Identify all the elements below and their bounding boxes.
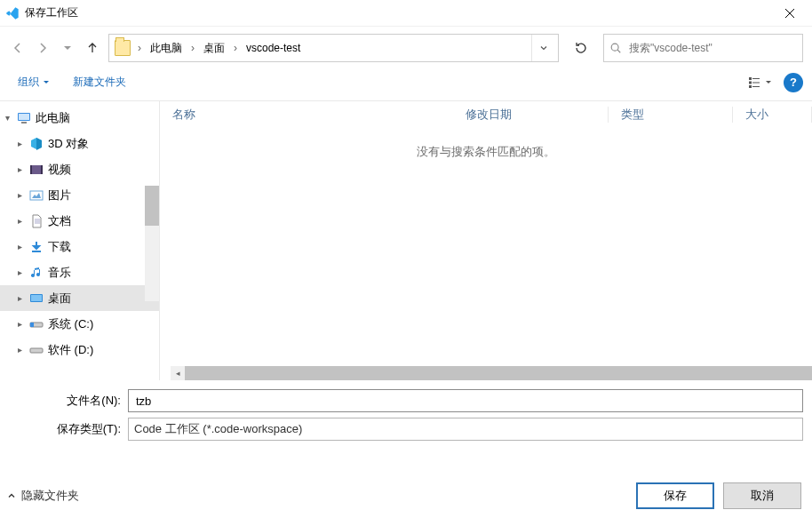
folder-icon [115,40,131,56]
chevron-right-icon[interactable] [14,164,25,174]
svg-rect-13 [30,191,43,200]
svg-rect-12 [41,165,43,174]
view-options-button[interactable] [744,72,776,93]
recent-dropdown[interactable] [59,39,76,57]
chevron-right-icon[interactable] [14,139,25,148]
chevron-right-icon[interactable] [14,242,25,251]
col-name[interactable]: 名称 [160,107,453,123]
folder-tree: 此电脑 3D 对象 视频 图片 文档 下载 音乐 桌面 系统 (C:) 软件 (… [0,101,160,380]
svg-rect-16 [31,295,42,301]
search-input[interactable] [627,41,797,55]
new-folder-button[interactable]: 新建文件夹 [68,71,131,93]
tree-item-desktop[interactable]: 桌面 [0,285,159,311]
scrollbar-thumb[interactable] [145,186,159,226]
crumb-2[interactable]: vscode-test [241,38,306,58]
filetype-select[interactable]: Code 工作区 (*.code-workspace) [128,418,803,441]
nav-row: › 此电脑 › 桌面 › vscode-test [0,27,812,71]
filename-label: 文件名(N): [9,393,128,409]
vscode-icon [5,6,20,20]
chevron-right-icon[interactable] [14,293,25,303]
chevron-right-icon[interactable]: › [189,42,196,54]
svg-rect-10 [30,165,43,174]
empty-message: 没有与搜索条件匹配的项。 [160,144,812,160]
close-button[interactable] [769,0,810,27]
drive-icon [28,316,44,332]
back-button[interactable] [9,39,27,57]
horizontal-scrollbar[interactable]: ◂ [171,366,812,380]
svg-rect-18 [30,323,34,327]
tree-item-3d[interactable]: 3D 对象 [0,131,159,156]
svg-rect-4 [752,82,760,83]
col-size[interactable]: 大小 [733,107,812,123]
crumb-0[interactable]: 此电脑 [145,37,187,60]
this-pc-icon [16,110,32,126]
documents-icon [28,213,44,229]
svg-rect-5 [749,85,752,88]
col-type[interactable]: 类型 [609,107,733,123]
file-pane: 名称 修改日期 类型 大小 没有与搜索条件匹配的项。 ◂ [160,101,812,380]
cube-icon [28,136,44,152]
svg-rect-19 [30,348,43,353]
pictures-icon [28,187,44,203]
forward-button[interactable] [34,39,52,57]
chevron-right-icon[interactable] [14,190,25,200]
tree-item-video[interactable]: 视频 [0,156,159,182]
chevron-up-icon [7,491,16,500]
search-box[interactable] [603,34,803,62]
svg-rect-9 [21,122,27,124]
chevron-right-icon[interactable] [14,267,25,277]
filename-field[interactable] [128,389,803,412]
tree-item-drive-d[interactable]: 软件 (D:) [0,337,159,363]
address-dropdown[interactable] [531,35,554,61]
music-icon [28,265,44,281]
help-button[interactable]: ? [784,73,803,92]
svg-rect-8 [19,114,29,120]
tree-item-music[interactable]: 音乐 [0,259,159,285]
desktop-icon [28,291,44,307]
title-bar: 保存工作区 [0,0,812,27]
breadcrumb: › 此电脑 › 桌面 › vscode-test [134,37,528,60]
svg-rect-6 [752,86,760,87]
chevron-right-icon[interactable] [14,345,25,355]
toolbar: 组织 新建文件夹 ? [0,71,812,101]
scroll-left-icon[interactable]: ◂ [171,366,185,380]
address-bar[interactable]: › 此电脑 › 桌面 › vscode-test [108,34,559,62]
svg-rect-1 [749,77,752,80]
save-form: 文件名(N): 保存类型(T): Code 工作区 (*.code-worksp… [0,380,812,441]
chevron-right-icon[interactable]: › [232,42,239,54]
up-button[interactable] [84,39,101,57]
tree-item-pictures[interactable]: 图片 [0,182,159,208]
refresh-button[interactable] [566,34,596,62]
hide-folders-toggle[interactable]: 隐藏文件夹 [7,488,79,504]
col-date[interactable]: 修改日期 [453,107,609,123]
video-icon [28,162,44,178]
downloads-icon [28,239,44,255]
chevron-down-icon[interactable] [2,113,12,123]
tree-item-documents[interactable]: 文档 [0,208,159,234]
save-button[interactable]: 保存 [636,482,714,509]
chevron-right-icon[interactable]: › [136,42,143,54]
window-title: 保存工作区 [25,5,769,20]
filename-input[interactable] [134,394,797,409]
tree-label: 此电脑 [36,110,70,126]
svg-rect-11 [30,165,32,174]
tree-root[interactable]: 此电脑 [0,105,159,131]
tree-item-downloads[interactable]: 下载 [0,234,159,259]
main-split: 此电脑 3D 对象 视频 图片 文档 下载 音乐 桌面 系统 (C:) 软件 (… [0,101,812,380]
footer: 隐藏文件夹 保存 取消 [0,474,812,518]
scrollbar-thumb[interactable] [185,366,812,380]
column-headers: 名称 修改日期 类型 大小 [160,101,812,128]
tree-scrollbar[interactable] [145,186,159,301]
crumb-1[interactable]: 桌面 [198,37,230,60]
svg-rect-2 [752,78,760,79]
svg-point-0 [611,44,618,51]
drive-icon [28,342,44,358]
tree-item-drive-c[interactable]: 系统 (C:) [0,311,159,337]
search-icon [609,42,622,54]
chevron-right-icon[interactable] [14,216,25,226]
organize-button[interactable]: 组织 [12,71,55,93]
svg-rect-14 [32,251,41,252]
chevron-right-icon[interactable] [14,319,25,329]
cancel-button[interactable]: 取消 [723,482,801,509]
svg-rect-3 [749,81,752,84]
